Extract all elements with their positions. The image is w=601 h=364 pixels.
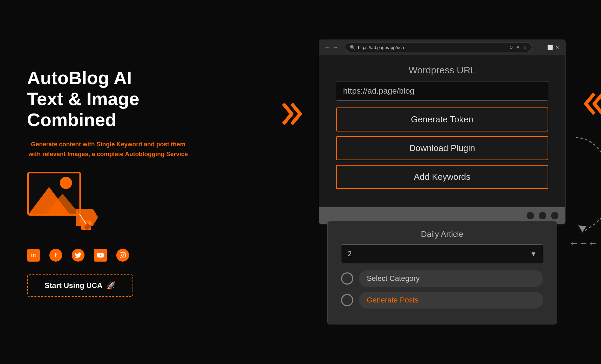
category-radio[interactable] — [341, 272, 353, 285]
facebook-icon[interactable]: f — [49, 249, 62, 262]
download-plugin-button[interactable]: Download Plugin — [336, 136, 548, 160]
footer-dot-2 — [539, 212, 546, 219]
svg-rect-7 — [120, 252, 125, 258]
dashed-curve-arrow — [572, 134, 601, 236]
minimize-button[interactable]: — — [540, 45, 545, 50]
generate-token-button[interactable]: Generate Token — [336, 107, 548, 131]
hero-subtitle: Generate content with Single Keyword and… — [27, 140, 189, 159]
right-panel: ← → 🔍 https://ad.page/app/uca ↻ ≡ ☆ — ⬜ … — [310, 40, 574, 324]
page-wrapper: AutoBlog AI Text & Image Combined Genera… — [0, 0, 601, 364]
star-icon[interactable]: ☆ — [523, 45, 527, 50]
rocket-icon: 🚀 — [106, 281, 116, 290]
search-icon: 🔍 — [350, 45, 355, 50]
wp-url-label: Wordpress URL — [336, 65, 548, 76]
forward-arrows — [282, 100, 305, 127]
cta-label: Start Using UCA — [45, 281, 102, 290]
chevron-left-double — [581, 90, 601, 117]
titlebar-nav: ← → — [324, 44, 338, 50]
daily-article-select[interactable]: 2 ▼ — [341, 244, 543, 263]
svg-marker-10 — [578, 225, 586, 232]
left-panel: AutoBlog AI Text & Image Combined Genera… — [27, 67, 189, 297]
maximize-button[interactable]: ⬜ — [548, 45, 552, 50]
youtube-icon[interactable] — [94, 249, 107, 262]
wp-url-input[interactable]: https://ad.page/blog — [336, 81, 548, 101]
window-controls: — ⬜ ✕ — [540, 45, 560, 50]
pencil-icon — [71, 202, 101, 233]
generate-posts-radio[interactable] — [341, 294, 353, 306]
generate-posts-label[interactable]: Generate Posts — [359, 292, 543, 309]
twitter-icon[interactable] — [72, 249, 85, 262]
select-category-row: Select Category — [341, 270, 543, 287]
close-button[interactable]: ✕ — [555, 45, 560, 50]
browser-window: ← → 🔍 https://ad.page/app/uca ↻ ≡ ☆ — ⬜ … — [319, 40, 566, 224]
daily-article-label: Daily Article — [341, 229, 543, 239]
social-icons-row: in f — [27, 249, 129, 262]
cta-button[interactable]: Start Using UCA 🚀 — [27, 274, 133, 297]
browser-titlebar: ← → 🔍 https://ad.page/app/uca ↻ ≡ ☆ — ⬜ … — [319, 40, 565, 55]
url-text: https://ad.page/app/uca — [358, 45, 404, 50]
wp-url-value: https://ad.page/blog — [343, 86, 414, 95]
forward-arrow[interactable]: → — [333, 44, 338, 50]
instagram-icon[interactable] — [116, 249, 129, 262]
daily-value: 2 — [347, 249, 352, 258]
address-bar[interactable]: 🔍 https://ad.page/app/uca ↻ ≡ ☆ — [345, 43, 532, 52]
reload-icon[interactable]: ↻ — [509, 45, 513, 50]
feature-icon — [27, 172, 101, 233]
browser-action-icons: ↻ ≡ ☆ — [509, 45, 527, 50]
bottom-panel-wrapper: Daily Article 2 ▼ Select Category Genera… — [327, 221, 557, 324]
back-arrows — [581, 90, 601, 119]
linkedin-icon[interactable]: in — [27, 249, 40, 262]
select-dropdown-icon: ▼ — [530, 250, 537, 258]
footer-dot-3 — [551, 212, 558, 219]
hero-title: AutoBlog AI Text & Image Combined — [27, 67, 139, 130]
svg-point-9 — [124, 253, 125, 254]
svg-point-8 — [122, 254, 124, 257]
bottom-panel: Daily Article 2 ▼ Select Category Genera… — [327, 221, 557, 324]
menu-icon[interactable]: ≡ — [516, 45, 519, 50]
select-category-label[interactable]: Select Category — [359, 270, 543, 287]
browser-content: Wordpress URL https://ad.page/blog Gener… — [319, 55, 565, 207]
generate-posts-row: Generate Posts — [341, 292, 543, 309]
svg-point-1 — [60, 177, 72, 189]
chevron-right-double — [282, 100, 305, 127]
bottom-left-arrow: ←←← — [569, 238, 598, 249]
add-keywords-button[interactable]: Add Keywords — [336, 165, 548, 189]
footer-dot-1 — [527, 212, 534, 219]
back-arrow[interactable]: ← — [324, 44, 330, 50]
